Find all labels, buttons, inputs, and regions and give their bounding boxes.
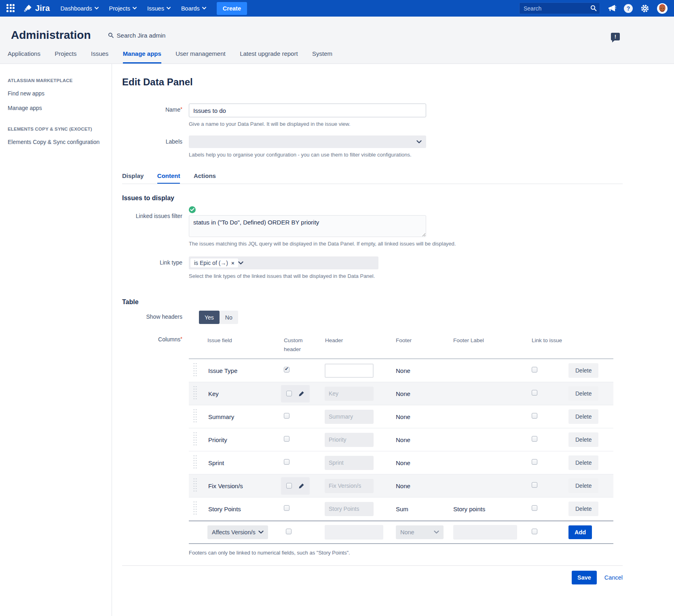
delete-button[interactable]: Delete — [568, 455, 598, 470]
footer-value: None — [390, 367, 448, 374]
sidebar-item-manage-apps[interactable]: Manage apps — [8, 104, 104, 112]
header-custom-header: Custom header — [279, 336, 319, 354]
custom-header-checkbox[interactable] — [286, 391, 292, 396]
app-switcher-icon[interactable] — [6, 4, 15, 13]
custom-header-checkbox[interactable] — [284, 367, 289, 373]
delete-button[interactable]: Delete — [568, 386, 598, 401]
footer-value: None — [390, 459, 448, 466]
save-button[interactable]: Save — [572, 571, 597, 584]
search-icon[interactable] — [590, 5, 597, 11]
new-custom-header-checkbox[interactable] — [286, 529, 292, 534]
cancel-link[interactable]: Cancel — [604, 574, 623, 581]
drag-handle-icon[interactable] — [193, 501, 197, 515]
show-headers-toggle: Yes No — [199, 311, 238, 324]
tab-display[interactable]: Display — [122, 172, 144, 183]
link-type-select[interactable]: is Epic of (→) × — [189, 256, 378, 269]
footer-select-value: None — [400, 529, 414, 536]
search-input[interactable] — [519, 2, 600, 14]
custom-header-checkbox[interactable] — [286, 483, 292, 489]
header-link-to-issue: Link to issue — [523, 336, 563, 345]
header-input[interactable] — [325, 387, 374, 401]
tab-content[interactable]: Content — [157, 172, 180, 184]
add-button[interactable]: Add — [568, 525, 592, 539]
show-headers-no[interactable]: No — [220, 311, 238, 324]
link-to-issue-checkbox[interactable] — [532, 482, 537, 488]
header-input[interactable] — [325, 433, 374, 447]
link-to-issue-checkbox[interactable] — [532, 390, 537, 396]
new-link-to-issue-checkbox[interactable] — [532, 529, 537, 534]
edit-pencil-icon[interactable] — [298, 483, 304, 489]
link-to-issue-checkbox[interactable] — [532, 436, 537, 442]
user-avatar[interactable] — [657, 3, 668, 14]
page-title: Administration — [11, 29, 91, 42]
tab-user-management[interactable]: User management — [175, 50, 225, 62]
custom-header-checkbox[interactable] — [284, 413, 289, 419]
new-column-field-select[interactable]: Affects Version/s — [207, 525, 268, 539]
settings-gear-icon[interactable] — [640, 4, 649, 13]
tab-manage-apps[interactable]: Manage apps — [123, 50, 161, 64]
tab-issues[interactable]: Issues — [91, 50, 108, 62]
drag-handle-icon[interactable] — [193, 385, 197, 400]
link-to-issue-checkbox[interactable] — [532, 413, 537, 419]
remove-tag-icon[interactable]: × — [231, 260, 235, 266]
new-footer-label-input[interactable] — [453, 525, 517, 540]
tab-projects[interactable]: Projects — [55, 50, 76, 62]
nav-projects[interactable]: Projects — [109, 5, 137, 12]
header-input[interactable] — [325, 456, 374, 470]
search-jira-admin[interactable]: Search Jira admin — [108, 32, 166, 39]
jql-filter-textarea[interactable]: status in ("To Do", Defined) ORDER BY pr… — [189, 215, 426, 237]
custom-header-checkbox[interactable] — [284, 436, 289, 442]
header-input[interactable] — [325, 364, 374, 378]
drag-handle-icon[interactable] — [193, 455, 197, 469]
custom-header-checkbox[interactable] — [284, 459, 289, 465]
create-button[interactable]: Create — [217, 2, 247, 15]
tab-latest-upgrade-report[interactable]: Latest upgrade report — [240, 50, 298, 62]
chevron-down-icon — [167, 7, 171, 10]
new-header-input[interactable] — [325, 525, 383, 540]
link-to-issue-checkbox[interactable] — [532, 459, 537, 465]
show-headers-yes[interactable]: Yes — [199, 311, 220, 324]
delete-button[interactable]: Delete — [568, 502, 598, 516]
name-input[interactable] — [189, 104, 426, 117]
header-input[interactable] — [325, 410, 374, 424]
delete-button[interactable]: Delete — [568, 363, 598, 378]
custom-header-controls — [284, 459, 289, 465]
delete-button[interactable]: Delete — [568, 409, 598, 424]
jira-logo[interactable]: Jira — [23, 4, 50, 13]
new-footer-select[interactable]: None — [396, 525, 444, 539]
link-to-issue-checkbox[interactable] — [532, 505, 537, 511]
delete-button[interactable]: Delete — [568, 478, 598, 493]
issue-field-name: Summary — [208, 413, 234, 420]
tab-system[interactable]: System — [312, 50, 332, 62]
delete-button[interactable]: Delete — [568, 432, 598, 447]
tab-actions[interactable]: Actions — [194, 172, 216, 183]
drag-handle-icon[interactable] — [193, 362, 197, 377]
issue-field-name: Fix Version/s — [208, 483, 243, 489]
labels-select[interactable] — [189, 135, 426, 148]
issue-field-name: Priority — [208, 436, 227, 443]
chevron-down-icon — [416, 140, 422, 144]
name-label: Name* — [122, 104, 189, 127]
tab-applications[interactable]: Applications — [8, 50, 40, 62]
page: Jira Dashboards Projects Issues Boards C… — [0, 0, 674, 616]
nav-issues[interactable]: Issues — [147, 5, 171, 12]
nav-dashboards[interactable]: Dashboards — [60, 5, 98, 12]
link-to-issue-checkbox[interactable] — [532, 367, 537, 373]
feedback-icon[interactable]: ! — [611, 33, 620, 40]
nav-menus: Dashboards Projects Issues Boards — [60, 5, 206, 12]
nav-boards[interactable]: Boards — [181, 5, 206, 12]
show-headers-label: Show headers — [122, 311, 189, 324]
help-icon[interactable]: ? — [624, 4, 633, 13]
sidebar-item-elements-configuration[interactable]: Elements Copy & Sync configuration — [8, 138, 104, 146]
custom-header-checkbox[interactable] — [284, 505, 289, 511]
header-input[interactable] — [325, 479, 374, 493]
column-row: Issue Type None Delete — [189, 359, 613, 382]
drag-handle-icon[interactable] — [193, 432, 197, 446]
sidebar-item-find-new-apps[interactable]: Find new apps — [8, 90, 104, 97]
edit-pencil-icon[interactable] — [298, 391, 304, 397]
chevron-down-icon — [238, 261, 243, 265]
announcements-icon[interactable] — [608, 4, 616, 12]
header-input[interactable] — [325, 502, 374, 516]
drag-handle-icon[interactable] — [193, 409, 197, 423]
drag-handle-icon[interactable] — [193, 478, 197, 492]
